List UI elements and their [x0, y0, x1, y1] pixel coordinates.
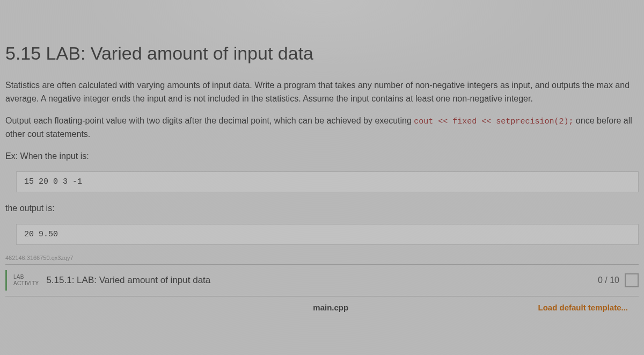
- score-text: 0 / 10: [598, 276, 619, 285]
- example-input-block: 15 20 0 3 -1: [16, 171, 639, 192]
- activity-title: 5.15.1: LAB: Varied amount of input data: [46, 275, 598, 286]
- filename-tab[interactable]: main.cpp: [123, 303, 538, 312]
- score-expand-box[interactable]: [625, 273, 639, 287]
- activity-label: LAB ACTIVITY: [13, 274, 39, 287]
- inline-code: cout << fixed << setprecision(2);: [414, 117, 573, 126]
- activity-label-bottom: ACTIVITY: [13, 280, 39, 287]
- file-bar: main.cpp Load default template...: [5, 296, 639, 312]
- watermark-text: 462146.3166750.qx3zqy7: [5, 255, 639, 261]
- problem-paragraph-2: Output each floating-point value with tw…: [5, 114, 639, 141]
- activity-bar: LAB ACTIVITY 5.15.1: LAB: Varied amount …: [5, 264, 639, 296]
- activity-accent-bar: [5, 270, 7, 291]
- load-default-template-button[interactable]: Load default template...: [538, 303, 628, 312]
- example-output-block: 20 9.50: [16, 224, 639, 245]
- example-input-label: Ex: When the input is:: [5, 150, 639, 163]
- problem-paragraph-1: Statistics are often calculated with var…: [5, 79, 639, 106]
- page-title: 5.15 LAB: Varied amount of input data: [5, 43, 639, 64]
- para2-text-a: Output each floating-point value with tw…: [5, 116, 414, 125]
- example-output-label: the output is:: [5, 202, 639, 215]
- activity-label-top: LAB: [13, 274, 39, 280]
